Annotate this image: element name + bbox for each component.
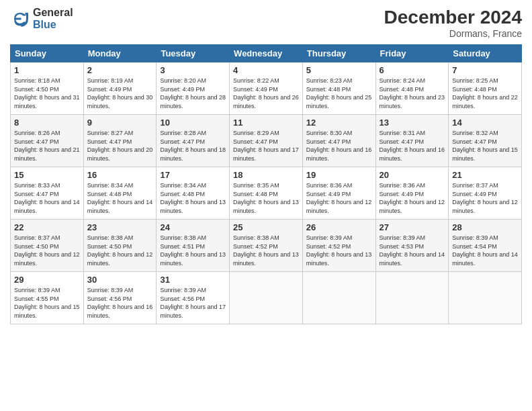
calendar-cell: 20Sunrise: 8:36 AMSunset: 4:49 PMDayligh…: [375, 167, 449, 220]
day-number: 27: [380, 222, 445, 232]
day-number: 2: [87, 65, 153, 75]
cell-info: Sunrise: 8:33 AMSunset: 4:47 PMDaylight:…: [14, 181, 80, 215]
calendar-cell: 2Sunrise: 8:19 AMSunset: 4:49 PMDaylight…: [83, 62, 157, 115]
calendar-cell: [449, 272, 522, 324]
cell-info: Sunrise: 8:37 AMSunset: 4:50 PMDaylight:…: [14, 234, 80, 267]
cell-info: Sunrise: 8:31 AMSunset: 4:47 PMDaylight:…: [380, 129, 445, 163]
day-number: 25: [233, 222, 299, 232]
cell-info: Sunrise: 8:39 AMSunset: 4:54 PMDaylight:…: [452, 234, 518, 267]
calendar-cell: 26Sunrise: 8:39 AMSunset: 4:52 PMDayligh…: [302, 220, 375, 272]
week-row-5: 29Sunrise: 8:39 AMSunset: 4:55 PMDayligh…: [11, 272, 522, 324]
cell-info: Sunrise: 8:39 AMSunset: 4:55 PMDaylight:…: [14, 286, 80, 320]
calendar-cell: 23Sunrise: 8:38 AMSunset: 4:50 PMDayligh…: [83, 220, 157, 272]
calendar-cell: [375, 272, 449, 324]
calendar-cell: [230, 272, 303, 324]
day-header-monday: Monday: [83, 45, 157, 62]
day-number: 16: [87, 170, 153, 180]
cell-info: Sunrise: 8:35 AMSunset: 4:48 PMDaylight:…: [233, 181, 299, 215]
day-number: 14: [452, 118, 518, 128]
cell-info: Sunrise: 8:38 AMSunset: 4:50 PMDaylight:…: [87, 234, 153, 267]
calendar-cell: 27Sunrise: 8:39 AMSunset: 4:53 PMDayligh…: [375, 220, 449, 272]
calendar-cell: 7Sunrise: 8:25 AMSunset: 4:48 PMDaylight…: [449, 62, 522, 115]
cell-info: Sunrise: 8:38 AMSunset: 4:52 PMDaylight:…: [233, 234, 299, 267]
day-number: 26: [306, 222, 372, 232]
logo-general-text: General: [33, 7, 73, 19]
calendar-cell: 13Sunrise: 8:31 AMSunset: 4:47 PMDayligh…: [375, 115, 449, 167]
cell-info: Sunrise: 8:24 AMSunset: 4:48 PMDaylight:…: [380, 77, 445, 110]
calendar-cell: 18Sunrise: 8:35 AMSunset: 4:48 PMDayligh…: [230, 167, 303, 220]
cell-info: Sunrise: 8:38 AMSunset: 4:51 PMDaylight:…: [160, 234, 226, 267]
cell-info: Sunrise: 8:34 AMSunset: 4:48 PMDaylight:…: [160, 181, 226, 215]
cell-info: Sunrise: 8:27 AMSunset: 4:47 PMDaylight:…: [87, 129, 153, 163]
day-number: 11: [233, 118, 299, 128]
cell-info: Sunrise: 8:26 AMSunset: 4:47 PMDaylight:…: [14, 129, 80, 163]
cell-info: Sunrise: 8:32 AMSunset: 4:47 PMDaylight:…: [452, 129, 518, 163]
calendar-cell: 10Sunrise: 8:28 AMSunset: 4:47 PMDayligh…: [157, 115, 230, 167]
week-row-2: 8Sunrise: 8:26 AMSunset: 4:47 PMDaylight…: [11, 115, 522, 167]
location-text: Dormans, France: [384, 28, 522, 39]
day-number: 4: [233, 65, 299, 75]
calendar-cell: 5Sunrise: 8:23 AMSunset: 4:48 PMDaylight…: [302, 62, 375, 115]
cell-info: Sunrise: 8:22 AMSunset: 4:49 PMDaylight:…: [233, 77, 299, 110]
calendar-cell: 4Sunrise: 8:22 AMSunset: 4:49 PMDaylight…: [230, 62, 303, 115]
cell-info: Sunrise: 8:37 AMSunset: 4:49 PMDaylight:…: [452, 181, 518, 215]
day-number: 13: [380, 118, 445, 128]
cell-info: Sunrise: 8:20 AMSunset: 4:49 PMDaylight:…: [160, 77, 226, 110]
day-number: 30: [87, 275, 153, 285]
cell-info: Sunrise: 8:19 AMSunset: 4:49 PMDaylight:…: [87, 77, 153, 110]
calendar-cell: 28Sunrise: 8:39 AMSunset: 4:54 PMDayligh…: [449, 220, 522, 272]
cell-info: Sunrise: 8:39 AMSunset: 4:53 PMDaylight:…: [380, 234, 445, 267]
calendar-cell: 19Sunrise: 8:36 AMSunset: 4:49 PMDayligh…: [302, 167, 375, 220]
calendar-cell: [302, 272, 375, 324]
header: General Blue December 2024 Dormans, Fran…: [10, 7, 522, 39]
day-header-friday: Friday: [375, 45, 449, 62]
calendar-cell: 17Sunrise: 8:34 AMSunset: 4:48 PMDayligh…: [157, 167, 230, 220]
calendar-table: SundayMondayTuesdayWednesdayThursdayFrid…: [10, 44, 522, 324]
calendar-cell: 9Sunrise: 8:27 AMSunset: 4:47 PMDaylight…: [83, 115, 157, 167]
day-number: 29: [14, 275, 80, 285]
calendar-cell: 15Sunrise: 8:33 AMSunset: 4:47 PMDayligh…: [11, 167, 84, 220]
days-header-row: SundayMondayTuesdayWednesdayThursdayFrid…: [11, 45, 522, 62]
cell-info: Sunrise: 8:39 AMSunset: 4:56 PMDaylight:…: [160, 286, 226, 320]
day-number: 8: [14, 118, 80, 128]
title-section: December 2024 Dormans, France: [384, 7, 522, 39]
week-row-1: 1Sunrise: 8:18 AMSunset: 4:50 PMDaylight…: [11, 62, 522, 115]
day-number: 18: [233, 170, 299, 180]
calendar-cell: 1Sunrise: 8:18 AMSunset: 4:50 PMDaylight…: [11, 62, 84, 115]
day-number: 23: [87, 222, 153, 232]
cell-info: Sunrise: 8:30 AMSunset: 4:47 PMDaylight:…: [306, 129, 372, 163]
day-number: 21: [452, 170, 518, 180]
calendar-cell: 6Sunrise: 8:24 AMSunset: 4:48 PMDaylight…: [375, 62, 449, 115]
day-header-thursday: Thursday: [302, 45, 375, 62]
cell-info: Sunrise: 8:39 AMSunset: 4:52 PMDaylight:…: [306, 234, 372, 267]
cell-info: Sunrise: 8:28 AMSunset: 4:47 PMDaylight:…: [160, 129, 226, 163]
month-year-title: December 2024: [384, 7, 522, 28]
day-number: 12: [306, 118, 372, 128]
logo-icon: [10, 9, 30, 29]
day-header-tuesday: Tuesday: [157, 45, 230, 62]
week-row-4: 22Sunrise: 8:37 AMSunset: 4:50 PMDayligh…: [11, 220, 522, 272]
calendar-cell: 14Sunrise: 8:32 AMSunset: 4:47 PMDayligh…: [449, 115, 522, 167]
calendar-cell: 25Sunrise: 8:38 AMSunset: 4:52 PMDayligh…: [230, 220, 303, 272]
week-row-3: 15Sunrise: 8:33 AMSunset: 4:47 PMDayligh…: [11, 167, 522, 220]
calendar-cell: 11Sunrise: 8:29 AMSunset: 4:47 PMDayligh…: [230, 115, 303, 167]
cell-info: Sunrise: 8:29 AMSunset: 4:47 PMDaylight:…: [233, 129, 299, 163]
page-container: General Blue December 2024 Dormans, Fran…: [0, 0, 532, 331]
logo: General Blue: [10, 7, 73, 30]
cell-info: Sunrise: 8:36 AMSunset: 4:49 PMDaylight:…: [380, 181, 445, 215]
day-header-wednesday: Wednesday: [230, 45, 303, 62]
day-header-sunday: Sunday: [11, 45, 84, 62]
calendar-cell: 12Sunrise: 8:30 AMSunset: 4:47 PMDayligh…: [302, 115, 375, 167]
calendar-cell: 29Sunrise: 8:39 AMSunset: 4:55 PMDayligh…: [11, 272, 84, 324]
calendar-cell: 31Sunrise: 8:39 AMSunset: 4:56 PMDayligh…: [157, 272, 230, 324]
day-number: 28: [452, 222, 518, 232]
calendar-cell: 30Sunrise: 8:39 AMSunset: 4:56 PMDayligh…: [83, 272, 157, 324]
day-number: 6: [380, 65, 445, 75]
day-number: 17: [160, 170, 226, 180]
day-number: 5: [306, 65, 372, 75]
cell-info: Sunrise: 8:18 AMSunset: 4:50 PMDaylight:…: [14, 77, 80, 110]
calendar-cell: 8Sunrise: 8:26 AMSunset: 4:47 PMDaylight…: [11, 115, 84, 167]
calendar-cell: 3Sunrise: 8:20 AMSunset: 4:49 PMDaylight…: [157, 62, 230, 115]
cell-info: Sunrise: 8:39 AMSunset: 4:56 PMDaylight:…: [87, 286, 153, 320]
day-number: 1: [14, 65, 80, 75]
